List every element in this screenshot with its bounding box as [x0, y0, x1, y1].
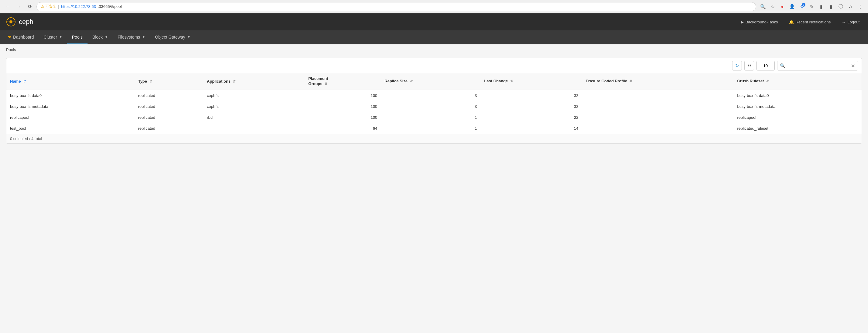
nav-bar: ❤ Dashboard Cluster ▼ Pools Block ▼ File…	[0, 30, 868, 44]
pools-table-card: ↻ ☷ 🔍 ✕ Name ⇵	[6, 58, 862, 144]
col-header-erasure-coded-profile[interactable]: Erasure Coded Profile ⇵	[582, 73, 734, 90]
extension8-button[interactable]: ♫	[846, 2, 855, 11]
cell-applications	[203, 123, 305, 134]
reload-button[interactable]: ⟳	[26, 2, 34, 11]
logout-label: Logout	[847, 20, 860, 24]
search-button[interactable]: 🔍	[777, 61, 787, 70]
ceph-logo-icon	[6, 17, 16, 27]
refresh-button[interactable]: ↻	[732, 61, 742, 70]
cell-type: replicated	[134, 101, 203, 112]
table-row[interactable]: replicapoolreplicatedrbd100122replicapoo…	[6, 112, 862, 123]
grid-icon: ☷	[747, 63, 751, 68]
columns-button[interactable]: ☷	[744, 61, 754, 70]
bookmark-button[interactable]: ☆	[768, 2, 777, 11]
background-tasks-label: Background-Tasks	[746, 20, 778, 24]
table-row[interactable]: test_poolreplicated64114replicated_rules…	[6, 123, 862, 134]
sort-icon-replica-size: ⇵	[410, 79, 413, 83]
sort-icon-erasure: ⇵	[629, 79, 632, 83]
cell-replica-size: 3	[381, 90, 480, 101]
refresh-icon: ↻	[735, 63, 739, 68]
cell-applications: rbd	[203, 112, 305, 123]
search-input[interactable]	[787, 61, 848, 70]
sort-icon-type: ⇵	[149, 79, 152, 83]
url-path-part: :33665/#/pool	[98, 4, 122, 9]
nav-label-block: Block	[92, 35, 103, 39]
extension7-button[interactable]: ⓘ	[836, 2, 845, 11]
nav-item-dashboard[interactable]: ❤ Dashboard	[3, 30, 39, 44]
separator: |	[58, 4, 59, 9]
cell-erasure-coded-profile	[582, 112, 734, 123]
badge-count: 5	[802, 3, 805, 7]
extension1-button[interactable]: ●	[778, 2, 786, 11]
menu-button[interactable]: ⋮	[856, 2, 864, 11]
cell-placement-groups: 100	[305, 112, 381, 123]
svg-point-1	[9, 20, 12, 23]
app-logo: ceph	[6, 17, 33, 27]
col-header-applications[interactable]: Applications ⇵	[203, 73, 305, 90]
cell-replica-size: 1	[381, 123, 480, 134]
background-tasks-icon: ▶	[741, 20, 744, 24]
table-body: busy-box-fs-data0replicatedcephfs100332b…	[6, 90, 862, 134]
cell-placement-groups: 100	[305, 90, 381, 101]
cell-crush-ruleset: replicapool	[734, 112, 862, 123]
sort-icon-applications: ⇵	[233, 79, 236, 83]
col-header-replica-size[interactable]: Replica Size ⇵	[381, 73, 480, 90]
cell-last-change: 14	[480, 123, 582, 134]
notifications-button[interactable]: 🔔 Recent Notifications	[786, 18, 833, 26]
cell-crush-ruleset: busy-box-fs-metadata	[734, 101, 862, 112]
extension6-button[interactable]: ▮	[827, 2, 835, 11]
col-header-name[interactable]: Name ⇵	[6, 73, 134, 90]
cell-name: replicapool	[6, 112, 134, 123]
main-content: ↻ ☷ 🔍 ✕ Name ⇵	[0, 55, 868, 150]
sort-icon-placement-groups: ⇵	[324, 82, 327, 86]
table-row[interactable]: busy-box-fs-data0replicatedcephfs100332b…	[6, 90, 862, 101]
cell-crush-ruleset: replicated_ruleset	[734, 123, 862, 134]
nav-item-pools[interactable]: Pools	[67, 30, 88, 44]
table-footer-text: 0 selected / 4 total	[10, 136, 42, 141]
col-header-placement-groups[interactable]: PlacementGroups ⇵	[305, 73, 381, 90]
sort-icon-name: ⇵	[23, 79, 26, 83]
extension2-button[interactable]: 👤	[788, 2, 796, 11]
per-page-input[interactable]	[756, 61, 775, 70]
col-header-crush-ruleset[interactable]: Crush Ruleset ⇵	[734, 73, 862, 90]
cell-last-change: 32	[480, 101, 582, 112]
cell-applications: cephfs	[203, 101, 305, 112]
cell-applications: cephfs	[203, 90, 305, 101]
cluster-chevron-icon: ▼	[59, 35, 62, 39]
address-bar[interactable]: ⚠ 不安全 | https://10.222.78.63 :33665/#/po…	[36, 2, 756, 11]
browser-toolbar-icons: 🔍 ☆ ● 👤 ⚙ 5 ✎ ▮ ▮ ⓘ ♫ ⋮	[758, 2, 864, 11]
browser-chrome: ← → ⟳ ⚠ 不安全 | https://10.222.78.63 :3366…	[0, 0, 868, 13]
zoom-button[interactable]: 🔍	[758, 2, 767, 11]
cell-placement-groups: 64	[305, 123, 381, 134]
forward-button[interactable]: →	[14, 2, 23, 11]
back-button[interactable]: ←	[4, 2, 12, 11]
cell-erasure-coded-profile	[582, 101, 734, 112]
nav-label-filesystems: Filesystems	[118, 35, 140, 39]
cell-erasure-coded-profile	[582, 123, 734, 134]
col-header-last-change[interactable]: Last Change ⇅	[480, 73, 582, 90]
header-actions: ▶ Background-Tasks 🔔 Recent Notification…	[738, 18, 862, 26]
extension3-button[interactable]: ⚙ 5	[798, 2, 806, 11]
cell-type: replicated	[134, 112, 203, 123]
extension4-button[interactable]: ✎	[807, 2, 816, 11]
table-row[interactable]: busy-box-fs-metadatareplicatedcephfs1003…	[6, 101, 862, 112]
nav-label-object-gateway: Object Gateway	[155, 35, 185, 39]
col-header-type[interactable]: Type ⇵	[134, 73, 203, 90]
block-chevron-icon: ▼	[105, 35, 108, 39]
object-gateway-chevron-icon: ▼	[187, 35, 190, 39]
bell-icon: 🔔	[789, 20, 794, 24]
logout-button[interactable]: → Logout	[839, 18, 862, 26]
extension5-button[interactable]: ▮	[817, 2, 826, 11]
nav-item-filesystems[interactable]: Filesystems ▼	[113, 30, 150, 44]
table-toolbar: ↻ ☷ 🔍 ✕	[6, 58, 862, 73]
app-header: ceph ▶ Background-Tasks 🔔 Recent Notific…	[0, 13, 868, 30]
breadcrumb-text: Pools	[6, 47, 16, 52]
search-clear-button[interactable]: ✕	[848, 61, 858, 70]
nav-item-cluster[interactable]: Cluster ▼	[39, 30, 67, 44]
background-tasks-button[interactable]: ▶ Background-Tasks	[738, 18, 780, 26]
table-footer: 0 selected / 4 total	[6, 134, 862, 143]
nav-item-block[interactable]: Block ▼	[88, 30, 113, 44]
nav-item-object-gateway[interactable]: Object Gateway ▼	[150, 30, 195, 44]
cell-type: replicated	[134, 123, 203, 134]
logo-text: ceph	[19, 18, 33, 26]
